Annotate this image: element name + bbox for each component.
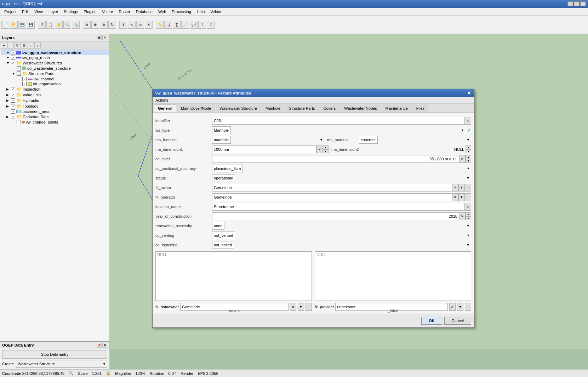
layer-item-vw-channel[interactable]: ✓ vw_channel — [1, 76, 109, 81]
label-textarea[interactable] — [315, 257, 471, 306]
menu-database[interactable]: Database — [133, 9, 155, 15]
toolbar-save-as[interactable]: 💾 — [27, 21, 35, 29]
layer-item-od-organisation[interactable]: ✓ od_organisation — [1, 81, 109, 86]
dialog-close-button[interactable]: ✕ — [467, 90, 471, 96]
toolbar-select[interactable]: ↖ — [128, 21, 136, 29]
toolbar-zoom-out[interactable]: 🔍 — [72, 21, 80, 29]
renovation-select[interactable]: none — [212, 222, 224, 230]
menu-plugins[interactable]: Plugins — [81, 9, 99, 15]
layer-checkbox[interactable]: ✓ — [11, 98, 15, 103]
tab-wastewater-nodes[interactable]: Wastewater Nodes — [340, 104, 381, 112]
toolbar-new[interactable]: 📄 — [1, 21, 9, 29]
fk-operator-clear-btn[interactable]: ✕ — [452, 193, 458, 201]
ma-dimension1-input[interactable] — [212, 145, 316, 153]
toolbar-attr-table[interactable]: 📊 — [164, 21, 172, 29]
menu-web[interactable]: Web — [155, 9, 169, 15]
fk-operator-dropdown-btn[interactable]: ▼ — [458, 193, 465, 201]
fk-owner-clear-btn[interactable]: ✕ — [452, 184, 458, 192]
ma-material-select[interactable]: concrete — [359, 136, 378, 144]
toolbar-zoom-selection[interactable]: ⊕ — [100, 21, 108, 29]
layers-remove[interactable]: - — [7, 42, 14, 48]
toolbar-identify[interactable]: ℹ — [119, 21, 127, 29]
layer-checkbox[interactable]: ✓ — [11, 56, 15, 60]
toolbar-stats[interactable]: 📈 — [181, 21, 189, 29]
layer-item-topology[interactable]: ▶ ✓ 📁 Topology — [1, 103, 109, 109]
ma-dim1-clear-button[interactable]: ✕ — [316, 145, 323, 153]
fk-owner-input[interactable] — [212, 184, 452, 192]
layer-checkbox[interactable]: ✓ — [11, 51, 15, 55]
layer-checkbox[interactable]: ✓ — [11, 87, 15, 91]
layer-checkbox[interactable]: ✓ — [11, 61, 15, 65]
data-entry-close[interactable]: ✕ — [102, 343, 107, 348]
tab-wastewater-structure[interactable]: Wastewater Structure — [216, 104, 261, 112]
layer-item-structure-parts[interactable]: ▼ ✓ 📁 Structure Parts — [1, 71, 109, 76]
menu-view[interactable]: View — [32, 9, 46, 15]
fk-owner-dropdown-btn[interactable]: ▼ — [458, 184, 465, 192]
layer-checkbox[interactable]: ✓ — [11, 93, 15, 97]
layers-panel-toggle[interactable]: ⊞ — [97, 35, 102, 40]
layer-checkbox[interactable] — [17, 120, 21, 124]
year-down[interactable]: ▼ — [466, 216, 471, 220]
layer-item-od-wastewater-structure[interactable]: ✓ od_wastewater_structure — [1, 66, 109, 71]
layer-item-value-lists[interactable]: ▶ ✓ 📁 Value Lists — [1, 92, 109, 98]
location-name-clear-btn[interactable]: ✕ — [465, 203, 471, 211]
ma-dim1-spinner[interactable]: ▲ ▼ — [323, 145, 329, 153]
ok-button[interactable]: OK — [421, 317, 442, 325]
tab-general[interactable]: General — [154, 104, 176, 112]
layer-item-vw-qgep-reach[interactable]: ▼ ✓ vw_qgep_reach — [1, 55, 109, 60]
identifier-clear-button[interactable]: ✕ — [465, 117, 471, 125]
layers-add[interactable]: + — [1, 42, 7, 48]
minimize-button[interactable]: ─ — [567, 1, 573, 6]
year-construction-spinner[interactable]: ▲ ▼ — [466, 212, 471, 220]
ws-type-select[interactable]: Manhole — [212, 126, 231, 134]
remark-textarea[interactable] — [156, 257, 312, 306]
toolbar-select-rect[interactable]: ▭ — [136, 21, 144, 29]
identifier-input[interactable] — [212, 117, 465, 125]
toolbar-pan[interactable]: ✋ — [55, 21, 63, 29]
toolbar-zoom-full[interactable]: ⊕ — [83, 21, 91, 29]
layer-checkbox[interactable]: ✓ — [22, 82, 27, 86]
year-construction-clear-btn[interactable]: ✕ — [459, 212, 466, 220]
cancel-button[interactable]: Cancel — [444, 317, 471, 325]
menu-vektor[interactable]: Vektor — [207, 9, 224, 15]
layers-options[interactable]: ⚙ — [21, 42, 27, 48]
data-entry-pin[interactable]: 📌 — [97, 343, 102, 348]
toolbar-help2[interactable]: ? — [207, 21, 215, 29]
year-up[interactable]: ▲ — [466, 212, 471, 216]
layers-panel-close[interactable]: ✕ — [102, 35, 107, 40]
toolbar-compose[interactable]: 📋 — [46, 21, 54, 29]
layers-filter[interactable]: ▽ — [14, 42, 21, 48]
layers-expand[interactable]: ↕ — [28, 42, 34, 48]
toolbar-zoom-layer[interactable]: ⊕ — [91, 21, 99, 29]
menu-edit[interactable]: Edit — [19, 9, 32, 15]
toolbar-field-calc[interactable]: ∑ — [173, 21, 181, 29]
co-fastening-select[interactable]: not_bolted — [212, 241, 234, 249]
toolbar-measure[interactable]: 📏 — [156, 21, 164, 29]
layer-item-vw-qgep-wastewater-structure[interactable]: ▼ ✓ vw_qgep_wastewater_structure — [1, 50, 109, 55]
layer-item-wastewater-structures[interactable]: ▼ ✓ 📁 Wastewater Structures — [1, 60, 109, 66]
ma-dim2-spinner[interactable]: ▲ ▼ — [466, 145, 471, 153]
tab-covers[interactable]: Covers — [319, 104, 339, 112]
layer-checkbox[interactable]: ✓ — [11, 104, 15, 108]
fk-owner-extra-btn[interactable]: ⋯ — [465, 184, 471, 192]
co-level-up[interactable]: ▲ — [466, 155, 471, 159]
co-level-clear-button[interactable]: ✕ — [459, 155, 466, 163]
ma-dim2-up[interactable]: ▲ — [466, 145, 471, 149]
location-name-input[interactable] — [212, 203, 465, 211]
toolbar-zoom-in[interactable]: 🔍 — [63, 21, 71, 29]
toolbar-deselect[interactable]: ✕ — [145, 21, 153, 29]
layer-checkbox[interactable]: ✓ — [11, 115, 15, 119]
menu-vector[interactable]: Vector — [99, 9, 116, 15]
toolbar-tip[interactable]: 💬 — [190, 21, 198, 29]
stop-data-entry-button[interactable]: Stop Data Entry — [2, 350, 107, 359]
menu-raster[interactable]: Raster — [116, 9, 133, 15]
layer-item-inspection[interactable]: ▶ ✓ 📁 Inspection — [1, 86, 109, 92]
menu-processing[interactable]: Processing — [169, 9, 194, 15]
layer-checkbox[interactable]: ✓ — [11, 109, 15, 114]
ma-dim1-down[interactable]: ▼ — [323, 149, 329, 153]
menu-settings[interactable]: Settings — [61, 9, 81, 15]
co-level-down[interactable]: ▼ — [466, 159, 471, 163]
toolbar-save[interactable]: 💾 — [18, 21, 26, 29]
layer-item-hydraulic[interactable]: ▶ ✓ 📁 Hydraulic — [1, 98, 109, 103]
layer-checkbox[interactable]: ✓ — [22, 77, 27, 81]
